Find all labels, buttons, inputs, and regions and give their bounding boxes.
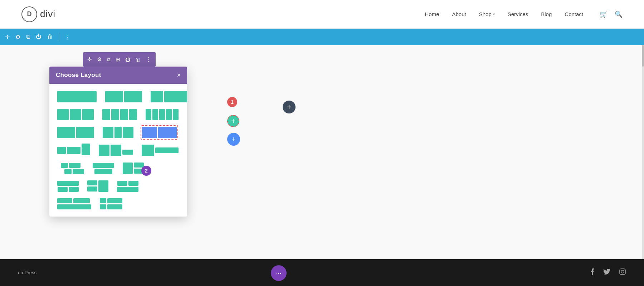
row-columns-icon[interactable]: ⊞	[116, 56, 120, 63]
layout-row-7	[56, 197, 181, 211]
layout-mixed-1[interactable]	[56, 179, 80, 193]
toolbar-clone-icon[interactable]: ⧉	[26, 34, 30, 40]
svg-point-2	[624, 270, 625, 270]
footer-socials	[590, 268, 626, 277]
layout-row-3	[56, 125, 181, 140]
layout-1-2-1[interactable]	[56, 144, 92, 156]
add-section-button-dark[interactable]: +	[283, 101, 296, 113]
cart-icon[interactable]: 🛒	[600, 10, 608, 18]
layout-grid-1[interactable]	[56, 197, 93, 211]
toolbar-disable-icon[interactable]: ⏻	[36, 34, 42, 40]
row-settings-icon[interactable]: ⚙	[97, 56, 102, 63]
scroll-track[interactable]	[642, 45, 644, 286]
layout-row-2	[56, 107, 181, 122]
layout-tall-short[interactable]	[97, 143, 135, 157]
badge-1: 1	[227, 97, 237, 107]
modal-title: Choose Layout	[56, 72, 101, 79]
svg-point-1	[621, 270, 624, 273]
site-header: D divi Home About Shop ▾ Services Blog C…	[0, 0, 644, 29]
layout-2col-equal[interactable]	[104, 89, 143, 104]
layout-mixed-3[interactable]	[116, 179, 140, 193]
modal-header: Choose Layout ×	[49, 67, 187, 84]
layout-4col[interactable]	[101, 107, 138, 122]
toolbar-delete-icon[interactable]: 🗑	[47, 34, 53, 40]
builder-toolbar-top: ✛ ⚙ ⧉ ⏻ 🗑 ⋮	[0, 29, 644, 45]
layout-row-1	[56, 89, 181, 104]
add-row-button-blue[interactable]: +	[227, 133, 240, 146]
instagram-icon[interactable]	[619, 268, 626, 277]
logo-area: D divi	[21, 6, 55, 22]
layout-grid-2[interactable]	[98, 197, 124, 211]
modal-body	[49, 84, 187, 217]
logo-name: divi	[40, 9, 55, 20]
modal-close-button[interactable]: ×	[177, 72, 181, 78]
toolbar-more-icon[interactable]: ⋮	[65, 34, 70, 40]
layout-1col[interactable]	[56, 89, 98, 104]
toolbar-settings-icon[interactable]: ⚙	[15, 34, 20, 40]
nav-icons: 🛒 🔍	[600, 10, 623, 18]
nav-home[interactable]: Home	[425, 11, 439, 17]
layout-wide-right[interactable]	[140, 143, 180, 157]
layout-row-6	[56, 179, 181, 193]
toolbar-add-icon[interactable]: ✛	[5, 34, 10, 40]
shop-chevron: ▾	[493, 12, 495, 16]
footer-text: ordPress	[18, 270, 36, 275]
row-delete-icon[interactable]: 🗑	[136, 57, 141, 63]
row-clone-icon[interactable]: ⧉	[107, 56, 111, 63]
layout-row-4	[56, 143, 181, 157]
nav-about[interactable]: About	[452, 11, 466, 17]
layout-3col-v2[interactable]	[101, 125, 135, 140]
floating-options-button[interactable]: ···	[271, 265, 287, 281]
main-nav: Home About Shop ▾ Services Blog Contact …	[425, 10, 623, 18]
search-icon[interactable]: 🔍	[615, 10, 623, 18]
logo-icon: D	[21, 6, 37, 22]
layout-5col[interactable]	[144, 107, 180, 122]
nav-services[interactable]: Services	[508, 11, 528, 17]
layout-2col-v2[interactable]	[56, 125, 96, 140]
nav-blog[interactable]: Blog	[541, 11, 552, 17]
layout-offset-1[interactable]	[56, 161, 86, 175]
layout-3col[interactable]	[56, 107, 95, 122]
row-toolbar: ✛ ⚙ ⧉ ⊞ ⏻ 🗑 ⋮	[83, 52, 156, 67]
scroll-thumb	[642, 45, 644, 67]
toolbar-divider	[59, 33, 59, 41]
layout-row-5	[56, 161, 181, 175]
nav-contact[interactable]: Contact	[565, 11, 583, 17]
badge-2: 2	[141, 166, 151, 176]
nav-shop[interactable]: Shop ▾	[479, 11, 495, 17]
content-area: ✛ ⚙ ⧉ ⊞ ⏻ 🗑 ⋮ Choose Layout ×	[0, 45, 644, 286]
choose-layout-modal: Choose Layout ×	[49, 67, 187, 217]
layout-2col-unequal[interactable]	[149, 89, 187, 104]
facebook-icon[interactable]	[590, 268, 595, 277]
layout-centered[interactable]	[91, 161, 116, 175]
row-disable-icon[interactable]: ⏻	[125, 57, 131, 63]
layout-2col-selected[interactable]	[141, 125, 178, 140]
add-module-button-green[interactable]: +	[227, 115, 239, 127]
row-more-icon[interactable]: ⋮	[146, 56, 151, 63]
footer-bar: ordPress	[0, 259, 644, 286]
twitter-icon[interactable]	[603, 269, 610, 277]
row-move-icon[interactable]: ✛	[87, 56, 92, 63]
layout-mixed-2[interactable]	[86, 179, 110, 193]
